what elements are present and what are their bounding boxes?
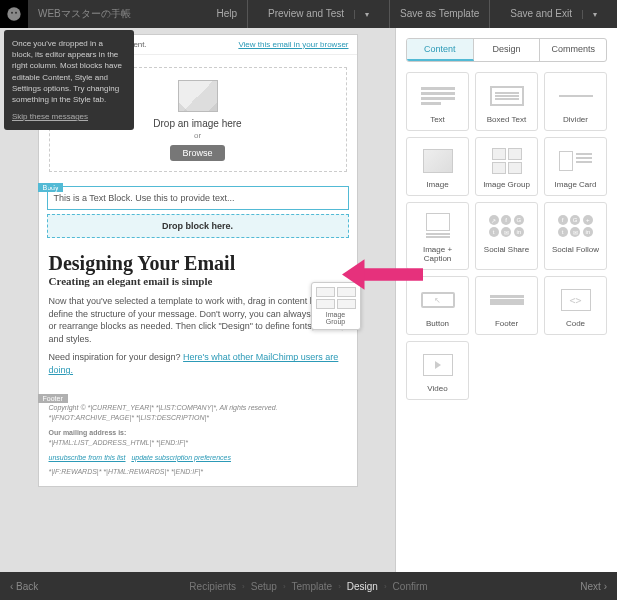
drop-zone[interactable]: Drop block here. bbox=[47, 214, 349, 238]
content-block[interactable]: Designing Your Email Creating an elegant… bbox=[39, 242, 357, 395]
view-in-browser-link[interactable]: View this email in your browser bbox=[238, 40, 348, 49]
save-exit-menu[interactable]: Save and Exit▾ bbox=[489, 0, 617, 29]
top-bar: WEBマスターの手帳 Help Preview and Test▾ Save a… bbox=[0, 0, 617, 28]
back-button[interactable]: ‹ Back bbox=[10, 581, 38, 592]
svg-point-2 bbox=[15, 12, 17, 14]
onboarding-tooltip: Once you've dropped in a block, its edit… bbox=[4, 30, 134, 130]
bottom-bar: ‹ Back Recipients› Setup› Template› Desi… bbox=[0, 572, 617, 600]
step-confirm[interactable]: Confirm bbox=[393, 581, 428, 592]
chevron-down-icon: ▾ bbox=[582, 10, 607, 19]
footer-block[interactable]: Copyright © *|CURRENT_YEAR|* *|LIST:COMP… bbox=[39, 395, 357, 486]
svg-point-0 bbox=[7, 7, 20, 20]
mailchimp-logo[interactable] bbox=[0, 0, 28, 28]
block-code[interactable]: <>Code bbox=[544, 276, 607, 335]
block-image[interactable]: Image bbox=[406, 137, 469, 196]
preview-test-menu[interactable]: Preview and Test▾ bbox=[247, 0, 389, 29]
monkey-icon bbox=[6, 6, 22, 22]
block-social-share[interactable]: ↗fGt✉inSocial Share bbox=[475, 202, 538, 270]
text-block[interactable]: This is a Text Block. Use this to provid… bbox=[47, 186, 349, 210]
top-actions: Help Preview and Test▾ Save as Template … bbox=[206, 0, 617, 29]
svg-point-1 bbox=[11, 12, 13, 14]
browse-button[interactable]: Browse bbox=[170, 145, 224, 161]
block-image-group[interactable]: Image Group bbox=[475, 137, 538, 196]
save-template-link[interactable]: Save as Template bbox=[389, 0, 489, 29]
next-button[interactable]: Next › bbox=[580, 581, 607, 592]
block-footer[interactable]: Footer bbox=[475, 276, 538, 335]
block-social-follow[interactable]: fG+t✉inSocial Follow bbox=[544, 202, 607, 270]
step-setup[interactable]: Setup bbox=[251, 581, 277, 592]
tab-comments[interactable]: Comments bbox=[540, 39, 606, 61]
skip-messages-link[interactable]: Skip these messages bbox=[12, 111, 126, 122]
panel-tabs: Content Design Comments bbox=[406, 38, 607, 62]
email-heading: Designing Your Email bbox=[49, 252, 347, 275]
tab-content[interactable]: Content bbox=[407, 39, 474, 61]
step-recipients[interactable]: Recipients bbox=[189, 581, 236, 592]
blocks-palette: Text Boxed Text Divider Image Image Grou… bbox=[406, 72, 607, 400]
step-template[interactable]: Template bbox=[292, 581, 333, 592]
image-placeholder-icon bbox=[178, 80, 218, 112]
step-design[interactable]: Design bbox=[347, 581, 378, 592]
help-link[interactable]: Help bbox=[206, 0, 247, 29]
update-prefs-link[interactable]: update subscription preferences bbox=[131, 454, 231, 461]
wizard-steps: Recipients› Setup› Template› Design› Con… bbox=[189, 581, 427, 592]
tab-design[interactable]: Design bbox=[474, 39, 541, 61]
document-title: WEBマスターの手帳 bbox=[28, 7, 131, 21]
block-boxed-text[interactable]: Boxed Text bbox=[475, 72, 538, 131]
editor-panel: Content Design Comments Text Boxed Text … bbox=[395, 28, 617, 572]
email-subheading: Creating an elegant email is simple bbox=[49, 275, 347, 287]
instruction-arrow-icon bbox=[335, 252, 430, 299]
block-image-card[interactable]: Image Card bbox=[544, 137, 607, 196]
block-video[interactable]: Video bbox=[406, 341, 469, 400]
unsubscribe-link[interactable]: unsubscribe from this list bbox=[49, 454, 126, 461]
chevron-down-icon: ▾ bbox=[354, 10, 379, 19]
block-divider[interactable]: Divider bbox=[544, 72, 607, 131]
block-text[interactable]: Text bbox=[406, 72, 469, 131]
